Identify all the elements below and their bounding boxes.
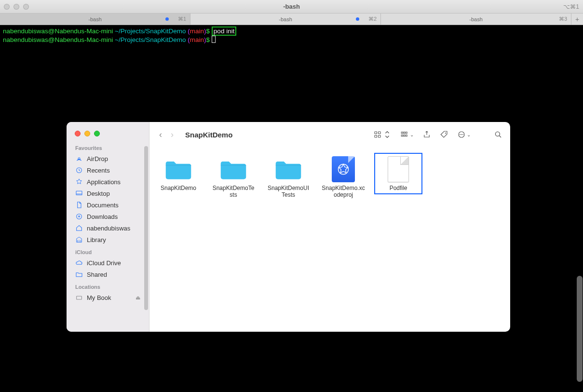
sidebar-item-label: Documents [87,202,119,209]
share-button[interactable] [422,130,431,139]
svg-rect-9 [401,132,403,134]
file-item-folder[interactable]: SnapKitDemoTests [209,153,258,201]
file-item-podfile[interactable]: Podfile [374,153,422,194]
svg-rect-14 [406,135,407,136]
sidebar-item-downloads[interactable]: Downloads [67,211,149,222]
tab-shortcut: ⌘1 [178,16,186,22]
svg-rect-2 [76,191,82,195]
close-button[interactable] [75,131,81,136]
document-icon [381,156,416,183]
add-tab-button[interactable]: + [571,14,583,25]
tab-label: -bash [279,16,292,22]
finder-content[interactable]: SnapKitDemo SnapKitDemoTests SnapKitDemo… [149,147,510,332]
search-button[interactable] [494,130,502,139]
sidebar-item-desktop[interactable]: Desktop [67,188,149,199]
finder-window: Favourites AirDrop Recents Applications … [67,122,510,332]
terminal-line: nabendubiswas@Nabendus-Mac-mini ~/Projec… [3,36,580,44]
file-label: Podfile [390,185,407,191]
file-item-xcodeproj[interactable]: SnapKitDemo.xcodeproj [319,153,367,201]
sidebar-section-icloud: iCloud [67,245,149,257]
sidebar-item-label: Library [87,236,106,243]
finder-title: SnapKitDemo [185,131,232,139]
download-icon [75,213,83,220]
finder-traffic-lights [75,131,100,136]
sidebar-item-airdrop[interactable]: AirDrop [67,153,149,164]
shared-folder-icon [75,270,83,278]
finder-toolbar: ‹ › SnapKitDemo ⌄ ⌄ [149,122,510,147]
sidebar-item-label: AirDrop [87,155,108,162]
sidebar-section-locations: Locations [67,280,149,292]
sidebar-item-label: Applications [87,178,121,186]
svg-rect-4 [77,296,82,299]
svg-point-18 [461,134,462,135]
airdrop-icon [75,155,83,162]
svg-point-20 [495,132,500,136]
drive-icon [75,294,83,301]
window-title: -bash [0,3,583,10]
activity-dot-icon [165,17,169,21]
sidebar-item-label: Recents [87,167,110,174]
file-item-folder[interactable]: SnapKitDemoUITests [264,153,312,201]
tab-label: -bash [469,16,483,22]
file-label: SnapKitDemo [161,185,196,191]
svg-point-21 [339,164,349,175]
svg-point-15 [445,133,446,134]
sidebar-item-library[interactable]: Library [67,234,149,245]
activity-dot-icon [356,17,359,21]
sidebar-item-icloud-drive[interactable]: iCloud Drive [67,257,149,269]
nav-forward-button[interactable]: › [171,130,174,140]
chevron-down-icon: ⌄ [467,132,471,137]
terminal-tab-2[interactable]: -bash ⌘2 [190,14,381,25]
finder-main: ‹ › SnapKitDemo ⌄ ⌄ [149,122,510,332]
terminal-tab-bar: -bash ⌘1 -bash ⌘2 -bash ⌘3 + [0,14,583,25]
svg-point-19 [462,134,463,135]
sidebar-item-recents[interactable]: Recents [67,164,149,176]
nav-back-button[interactable]: ‹ [159,130,162,140]
sidebar-item-shared[interactable]: Shared [67,269,149,280]
file-label: SnapKitDemoUITests [266,185,311,198]
sidebar-item-label: Downloads [87,213,118,220]
svg-rect-7 [375,135,377,138]
sidebar-section-favourites: Favourites [67,141,149,153]
sidebar-item-label: My Book [87,294,111,301]
window-titlebar: -bash ⌥⌘1 [0,0,583,14]
zoom-button[interactable] [94,131,100,136]
svg-rect-12 [401,135,403,136]
group-by-button[interactable]: ⌄ [400,130,414,139]
sidebar-item-documents[interactable]: Documents [67,199,149,211]
chevron-down-icon: ⌄ [410,132,414,137]
file-item-folder[interactable]: SnapKitDemo [154,153,203,194]
sidebar-scrollbar[interactable] [144,146,148,310]
terminal-tab-3[interactable]: -bash ⌘3 [381,14,571,25]
svg-rect-5 [375,132,377,134]
desktop-icon [75,189,83,197]
folder-icon [216,156,251,183]
sidebar-item-mybook[interactable]: My Book ⏏ [67,292,149,303]
svg-point-17 [460,134,461,135]
sidebar-item-applications[interactable]: Applications [67,176,149,188]
svg-rect-6 [379,132,381,134]
tab-shortcut: ⌘3 [559,16,567,22]
terminal-tab-1[interactable]: -bash ⌘1 [0,14,190,25]
tab-shortcut: ⌘2 [368,16,377,22]
svg-rect-13 [404,135,405,136]
xcodeproj-icon [326,156,361,183]
folder-icon [271,156,306,183]
tab-label: -bash [88,16,102,22]
svg-rect-11 [406,132,407,134]
action-menu-button[interactable]: ⌄ [457,130,471,139]
sidebar-item-label: nabendubiswas [87,225,130,232]
minimize-button[interactable] [84,131,90,136]
svg-rect-10 [404,132,405,134]
file-label: SnapKitDemo.xcodeproj [321,185,366,198]
view-icons-button[interactable] [373,130,392,139]
document-icon [75,201,83,209]
sidebar-item-label: Desktop [87,190,110,197]
tags-button[interactable] [440,130,448,139]
eject-icon[interactable]: ⏏ [136,295,140,301]
file-label: SnapKitDemoTests [211,185,256,198]
terminal-line: nabendubiswas@Nabendus-Mac-mini ~/Projec… [3,27,580,36]
sidebar-item-home[interactable]: nabendubiswas [67,222,149,234]
terminal-scrollbar[interactable] [577,276,583,382]
home-icon [75,224,83,232]
